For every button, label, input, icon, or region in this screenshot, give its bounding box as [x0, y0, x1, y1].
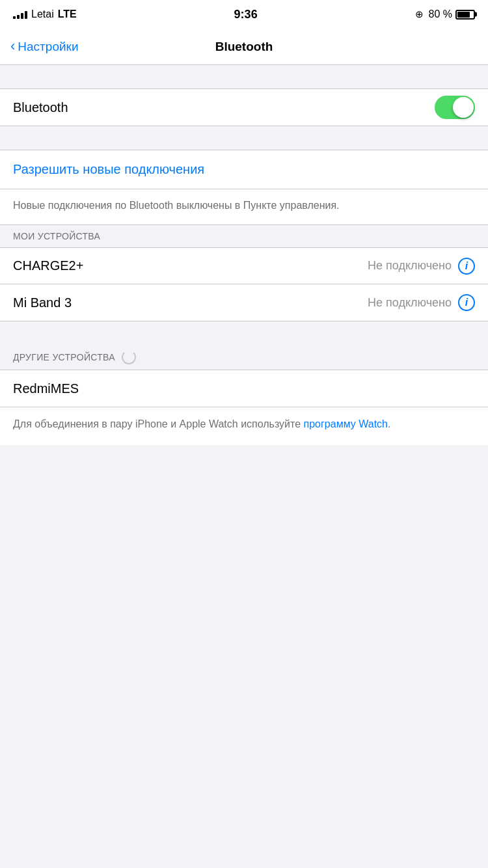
bluetooth-label: Bluetooth	[13, 100, 68, 115]
bluetooth-toggle[interactable]	[435, 96, 475, 119]
back-button[interactable]: ‹ Настройки	[10, 38, 79, 55]
back-label: Настройки	[18, 40, 78, 54]
page-title: Bluetooth	[215, 40, 273, 54]
bottom-info-text-after: .	[388, 418, 390, 429]
other-devices-header-text: ДРУГИЕ УСТРОЙСТВА	[13, 352, 115, 362]
other-devices-group: RedmiMES	[0, 370, 488, 407]
other-devices-header: ДРУГИЕ УСТРОЙСТВА	[0, 345, 488, 370]
loading-spinner	[122, 350, 136, 364]
bottom-spacer	[0, 445, 488, 497]
bottom-info-section: Для объединения в пару iPhone и Apple Wa…	[0, 407, 488, 445]
toggle-knob	[453, 97, 474, 118]
device-status-miband3: Не подключено	[368, 296, 452, 310]
bluetooth-group: Bluetooth	[0, 88, 488, 126]
carrier-label: Letai	[31, 8, 54, 20]
network-label: LTE	[58, 8, 77, 20]
signal-bar-3	[21, 13, 23, 19]
lock-icon: ⊕	[415, 8, 424, 20]
nav-bar: ‹ Настройки Bluetooth	[0, 29, 488, 65]
chevron-left-icon: ‹	[10, 38, 15, 55]
status-right: ⊕ 80 %	[415, 8, 475, 20]
status-bar: Letai LTE 9:36 ⊕ 80 %	[0, 0, 488, 29]
battery-percent: 80 %	[429, 8, 452, 20]
battery-icon	[455, 10, 475, 20]
battery-container: 80 %	[429, 8, 475, 20]
device-status-container-charge2: Не подключено i	[368, 258, 475, 275]
device-name-redmimes: RedmiMES	[13, 381, 79, 396]
bluetooth-row: Bluetooth	[0, 89, 488, 126]
signal-bar-2	[17, 15, 20, 19]
allow-connections-label: Разрешить новые подключения	[13, 162, 204, 177]
device-row-miband3[interactable]: Mi Band 3 Не подключено i	[0, 284, 488, 321]
status-left: Letai LTE	[13, 8, 77, 20]
device-status-container-miband3: Не подключено i	[368, 294, 475, 311]
battery-fill	[457, 12, 470, 18]
spacer-1	[0, 65, 488, 88]
my-devices-header: МОИ УСТРОЙСТВА	[0, 225, 488, 247]
device-status-charge2: Не подключено	[368, 259, 452, 273]
spacer-2	[0, 126, 488, 150]
device-name-miband3: Mi Band 3	[13, 295, 72, 310]
device-name-charge2: CHARGE2+	[13, 258, 83, 273]
info-button-miband3[interactable]: i	[458, 294, 475, 311]
allow-connections-group: Разрешить новые подключения Новые подклю…	[0, 150, 488, 225]
allow-connections-info: Новые подключения по Bluetooth выключены…	[13, 198, 475, 213]
device-row-charge2[interactable]: CHARGE2+ Не подключено i	[0, 248, 488, 284]
allow-connections-row[interactable]: Разрешить новые подключения	[0, 150, 488, 189]
spacer-3	[0, 321, 488, 345]
info-button-charge2[interactable]: i	[458, 258, 475, 275]
bottom-info-text: Для объединения в пару iPhone и Apple Wa…	[13, 416, 475, 432]
signal-bar-1	[13, 16, 16, 19]
my-devices-header-text: МОИ УСТРОЙСТВА	[13, 231, 100, 241]
signal-bars	[13, 10, 27, 19]
info-text-row: Новые подключения по Bluetooth выключены…	[0, 189, 488, 224]
watch-app-link[interactable]: программу Watch	[304, 418, 388, 429]
bottom-info-text-before: Для объединения в пару iPhone и Apple Wa…	[13, 418, 304, 429]
status-time: 9:36	[234, 8, 258, 21]
device-row-redmimes[interactable]: RedmiMES	[0, 370, 488, 407]
signal-bar-4	[25, 11, 27, 19]
my-devices-group: CHARGE2+ Не подключено i Mi Band 3 Не по…	[0, 247, 488, 321]
